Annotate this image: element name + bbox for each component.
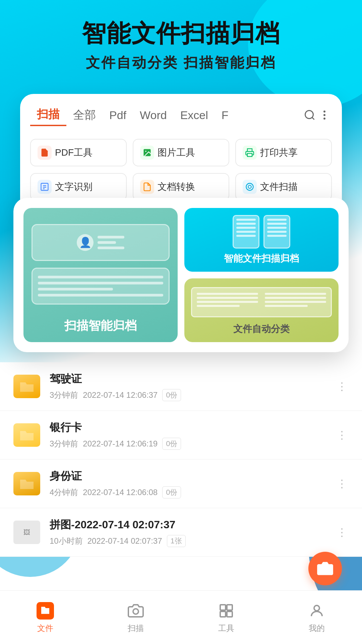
tab-all[interactable]: 全部: [66, 105, 103, 125]
id-lines: [98, 236, 124, 249]
profile-icon: [307, 601, 326, 620]
svg-point-6: [145, 151, 146, 152]
nav-scan-label: 扫描: [128, 623, 144, 634]
img-tool-label: 图片工具: [158, 146, 195, 159]
feature-scan[interactable]: 👤 扫描智能归档: [23, 208, 178, 342]
dil2-3: [267, 227, 287, 229]
ocr-tool-label: 文字识别: [55, 180, 93, 193]
svg-point-12: [246, 183, 253, 191]
feature-scan-top[interactable]: 智能文件扫描归档: [184, 208, 339, 272]
book-wrapper: [191, 285, 332, 319]
main-card: 扫描 全部 Pdf Word Excel F PDF工具: [20, 94, 342, 214]
scan-icon: [126, 601, 145, 620]
file-badge-3: 1张: [167, 535, 186, 547]
print-tool-button[interactable]: 打印共享: [235, 139, 332, 166]
feature-top-label: 智能文件扫描归档: [224, 252, 299, 265]
svg-point-2: [323, 111, 325, 113]
dil2-5: [267, 235, 287, 237]
book-page-left: [195, 291, 259, 313]
file-meta-0: 3分钟前 2022-07-14 12:06:37 0份: [50, 389, 335, 401]
svg-rect-19: [227, 611, 232, 617]
files-icon-inner: [37, 602, 54, 620]
file-item-1[interactable]: 银行卡 3分钟前 2022-07-14 12:06:19 0份 ⋮: [0, 411, 362, 460]
file-info-0: 驾驶证 3分钟前 2022-07-14 12:06:37 0份: [50, 372, 335, 401]
search-icon[interactable]: [302, 108, 317, 122]
doc-line-3: [38, 288, 113, 290]
filescan-tool-label: 文件扫描: [260, 180, 298, 193]
folder-icon-2: [13, 472, 40, 495]
bl-3: [197, 301, 258, 303]
print-icon: [243, 146, 257, 160]
ocr-icon: [38, 180, 52, 194]
id-line-1: [98, 236, 124, 238]
file-name-1: 银行卡: [50, 420, 335, 435]
id-line-3: [98, 247, 124, 249]
tab-scan[interactable]: 扫描: [30, 104, 66, 126]
header: 智能文件扫描归档 文件自动分类 扫描智能归档: [0, 20, 362, 72]
folder-icon-1: [13, 423, 40, 447]
id-card-icon: 👤: [32, 224, 170, 261]
file-list: 驾驶证 3分钟前 2022-07-14 12:06:37 0份 ⋮ 银行卡 3分…: [0, 362, 362, 557]
nav-scan[interactable]: 扫描: [90, 601, 181, 634]
app-title: 智能文件扫描归档: [0, 20, 362, 47]
svg-point-0: [305, 111, 313, 119]
img-tool-button[interactable]: 图片工具: [133, 139, 229, 166]
feature-right: 智能文件扫描归档: [184, 208, 339, 342]
svg-point-14: [322, 567, 328, 572]
file-date-3: 2022-07-14 02:07:37: [87, 536, 162, 546]
svg-rect-17: [227, 605, 232, 610]
tab-f[interactable]: F: [215, 106, 235, 124]
convert-tool-label: 文档转换: [158, 180, 195, 193]
pdf-tool-button[interactable]: PDF工具: [30, 139, 127, 166]
more-button-0[interactable]: ⋮: [335, 380, 349, 393]
svg-rect-18: [220, 611, 226, 617]
book-page-right: [263, 291, 327, 313]
feature-left-label: 扫描智能归档: [64, 318, 137, 334]
book-icon: [191, 287, 332, 317]
feature-classify[interactable]: 文件自动分类: [184, 278, 339, 342]
tab-excel[interactable]: Excel: [174, 106, 215, 124]
ocr-tool-button[interactable]: 文字识别: [30, 173, 127, 201]
nav-files[interactable]: 文件: [0, 601, 90, 634]
more-icon[interactable]: [317, 108, 332, 122]
more-button-3[interactable]: ⋮: [335, 526, 349, 539]
dil-1: [236, 219, 256, 221]
nav-tools[interactable]: 工具: [181, 601, 272, 634]
file-date-0: 2022-07-14 12:06:37: [83, 390, 158, 400]
file-date-2: 2022-07-14 12:06:08: [83, 488, 158, 497]
more-button-1[interactable]: ⋮: [335, 428, 349, 442]
tab-word[interactable]: Word: [133, 106, 174, 124]
file-name-0: 驾驶证: [50, 372, 335, 386]
doc-card-icon: [32, 268, 170, 305]
file-meta-3: 10小时前 2022-07-14 02:07:37 1张: [50, 535, 335, 547]
file-time-3: 10小时前: [50, 536, 83, 546]
folder-icon-0: [13, 375, 40, 398]
svg-point-15: [133, 609, 138, 614]
id-line-2: [98, 241, 116, 244]
file-date-1: 2022-07-14 12:06:19: [83, 439, 158, 448]
svg-rect-16: [220, 605, 226, 610]
svg-point-3: [323, 114, 325, 116]
pdf-icon: [38, 146, 52, 160]
file-item-3[interactable]: 🖼 拼图-2022-07-14 02:07:37 10小时前 2022-07-1…: [0, 508, 362, 557]
br-3: [265, 301, 326, 303]
file-time-2: 4分钟前: [50, 487, 78, 498]
convert-icon: [140, 180, 154, 194]
nav-profile[interactable]: 我的: [272, 601, 362, 634]
br-2: [265, 297, 326, 299]
nav-tools-label: 工具: [218, 623, 234, 634]
file-item-0[interactable]: 驾驶证 3分钟前 2022-07-14 12:06:37 0份 ⋮: [0, 362, 362, 411]
camera-fab[interactable]: [308, 552, 342, 585]
file-name-2: 身份证: [50, 469, 335, 484]
svg-point-20: [314, 605, 319, 611]
br-4: [265, 305, 308, 307]
file-item-2[interactable]: 身份证 4分钟前 2022-07-14 12:06:08 0份 ⋮: [0, 460, 362, 508]
tab-pdf[interactable]: Pdf: [103, 106, 133, 124]
nav-profile-label: 我的: [309, 623, 325, 634]
convert-tool-button[interactable]: 文档转换: [133, 173, 229, 201]
more-button-2[interactable]: ⋮: [335, 477, 349, 490]
print-tool-label: 打印共享: [260, 146, 298, 159]
img-icon: [140, 146, 154, 160]
doc-line-2: [38, 282, 163, 284]
filescan-tool-button[interactable]: 文件扫描: [235, 173, 332, 201]
